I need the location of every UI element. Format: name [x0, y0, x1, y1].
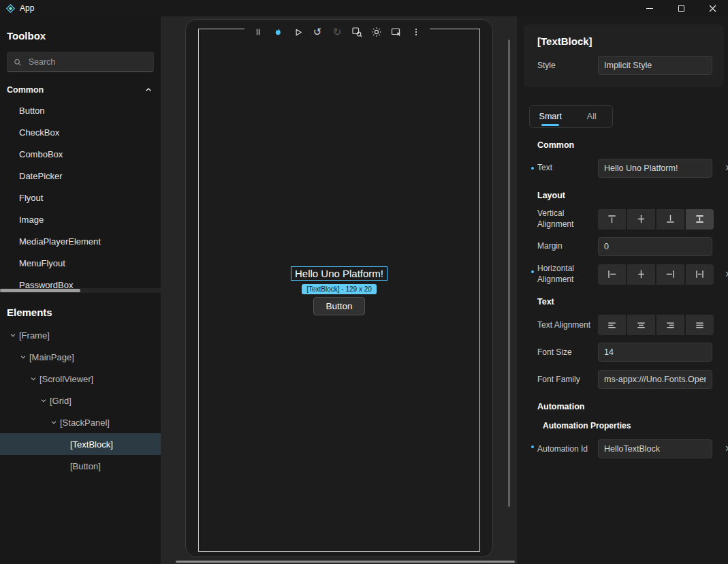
maximize-button[interactable]: [665, 0, 697, 16]
align-vcenter-button[interactable]: [627, 209, 655, 230]
align-bottom-button[interactable]: [656, 209, 684, 230]
tree-item-grid[interactable]: [Grid]: [0, 390, 161, 411]
scrollbar-thumb[interactable]: [0, 289, 80, 292]
selection-size-badge: [TextBlock] - 129 x 20: [302, 284, 377, 294]
redo-button[interactable]: ↻: [330, 25, 344, 39]
align-right-button[interactable]: [656, 264, 684, 285]
toolbox-item-menuflyout[interactable]: MenuFlyout: [0, 252, 161, 274]
text-align-right-icon: [665, 320, 676, 330]
align-vstretch-button[interactable]: [686, 209, 714, 230]
section-text: Text: [537, 297, 728, 307]
toolbox-item-button[interactable]: Button: [0, 99, 161, 121]
pick-element-button[interactable]: [390, 25, 403, 39]
clipped-bind-icon[interactable]: ✕: [725, 163, 728, 173]
design-button[interactable]: Button: [313, 297, 364, 315]
align-top-icon: [607, 214, 617, 224]
canvas-horizontal-scrollbar[interactable]: [176, 561, 515, 563]
align-hstretch-button[interactable]: [686, 264, 714, 285]
toolbox-title: Toolbox: [7, 30, 161, 42]
tab-smart[interactable]: Smart: [530, 106, 571, 127]
property-row-text: Text ✕: [518, 158, 728, 178]
font-size-input[interactable]: [598, 343, 712, 362]
tree-item-button[interactable]: [Button]: [0, 455, 161, 477]
text-align-center-button[interactable]: [627, 315, 655, 335]
toolbox-item-datepicker[interactable]: DatePicker: [0, 165, 161, 187]
clipped-bind-icon[interactable]: ✕: [725, 444, 728, 454]
text-align-left-button[interactable]: [598, 315, 626, 335]
font-family-input[interactable]: [598, 370, 712, 389]
text-align-right-button[interactable]: [656, 315, 684, 335]
clipped-bind-icon[interactable]: ✕: [725, 270, 728, 279]
tree-item-scrollviewer[interactable]: [ScrollViewer]: [0, 368, 161, 390]
toolbox-item-combobox[interactable]: ComboBox: [0, 143, 161, 165]
align-hcenter-button[interactable]: [627, 264, 655, 285]
minimize-icon: [646, 8, 653, 9]
toolbox-item-image[interactable]: Image: [0, 208, 161, 230]
chevron-up-icon: [144, 86, 153, 94]
chevron-down-icon[interactable]: [27, 375, 39, 382]
search-input[interactable]: [27, 57, 147, 67]
selected-element-title: [TextBlock]: [537, 35, 724, 47]
toolbox-item-flyout[interactable]: Flyout: [0, 187, 161, 208]
theme-sun-icon: [371, 27, 382, 37]
selected-textblock[interactable]: Hello Uno Platform!: [291, 266, 387, 281]
text-input[interactable]: [598, 159, 712, 178]
style-label: Style: [537, 61, 598, 70]
toolbar-drag-handle[interactable]: [251, 25, 265, 39]
toolbox-item-mediaplayerelement[interactable]: MediaPlayerElement: [0, 230, 161, 252]
style-input[interactable]: [598, 56, 712, 75]
undo-button[interactable]: ↺: [311, 25, 324, 39]
toolbox-section-common[interactable]: Common: [7, 84, 153, 95]
chevron-down-icon[interactable]: [7, 332, 19, 339]
text-label: Text: [537, 163, 598, 174]
minimize-button[interactable]: [634, 0, 665, 16]
modified-indicator: [531, 167, 534, 170]
tab-all[interactable]: All: [571, 106, 613, 127]
redo-icon: ↻: [333, 27, 342, 37]
tree-item-frame[interactable]: [Frame]: [0, 324, 161, 346]
design-surface[interactable]: Hello Uno Platform! [TextBlock] - 129 x …: [198, 29, 480, 552]
align-vcenter-icon: [636, 214, 646, 224]
search-icon: [14, 58, 22, 67]
tree-item-textblock[interactable]: [TextBlock]: [0, 433, 161, 455]
tree-item-mainpage[interactable]: [MainPage]: [0, 346, 161, 368]
tree-item-label: [Frame]: [19, 330, 50, 341]
property-row-automation-id: Automation Id ✕: [518, 439, 728, 459]
toolbox-horizontal-scrollbar[interactable]: [0, 288, 161, 293]
automation-id-input[interactable]: [598, 439, 712, 458]
chevron-down-icon[interactable]: [17, 354, 29, 360]
properties-tabs: Smart All: [529, 105, 613, 128]
tree-item-label: [ScrollViewer]: [39, 374, 93, 384]
property-row-vertical-alignment: Vertical Alignment: [518, 208, 728, 230]
text-align-justify-icon: [695, 320, 705, 330]
titlebar: App: [0, 0, 728, 16]
close-button[interactable]: [697, 0, 728, 16]
canvas-vertical-scrollbar[interactable]: [508, 40, 510, 507]
text-alignment-label: Text Alignment: [537, 320, 598, 331]
text-align-justify-button[interactable]: [686, 315, 714, 335]
hot-reload-button[interactable]: [271, 25, 285, 39]
horizontal-alignment-label: Horizontal Alignment: [537, 264, 598, 285]
more-menu-button[interactable]: [409, 25, 423, 39]
toolbox-search[interactable]: [7, 52, 154, 72]
play-button[interactable]: [291, 25, 304, 39]
inspect-button[interactable]: [350, 25, 364, 39]
inspect-icon: [351, 27, 362, 37]
elements-title: Elements: [7, 307, 161, 319]
drag-handle-icon: [253, 27, 263, 37]
align-top-button[interactable]: [598, 209, 626, 230]
section-common: Common: [537, 140, 728, 150]
chevron-down-icon[interactable]: [48, 419, 60, 426]
design-toolbar: ↺ ↻: [244, 22, 430, 42]
vertical-alignment-group: [598, 209, 714, 230]
theme-button[interactable]: [370, 25, 383, 39]
align-hcenter-icon: [636, 269, 646, 279]
close-icon: [709, 5, 716, 12]
toolbox-item-checkbox[interactable]: CheckBox: [0, 121, 161, 143]
tree-item-stackpanel[interactable]: [StackPanel]: [0, 411, 161, 433]
properties-panel: [TextBlock] Style Smart All Common Text …: [518, 16, 728, 564]
margin-label: Margin: [537, 241, 598, 252]
margin-input[interactable]: [598, 237, 712, 256]
align-left-button[interactable]: [598, 264, 626, 285]
chevron-down-icon[interactable]: [37, 397, 50, 404]
